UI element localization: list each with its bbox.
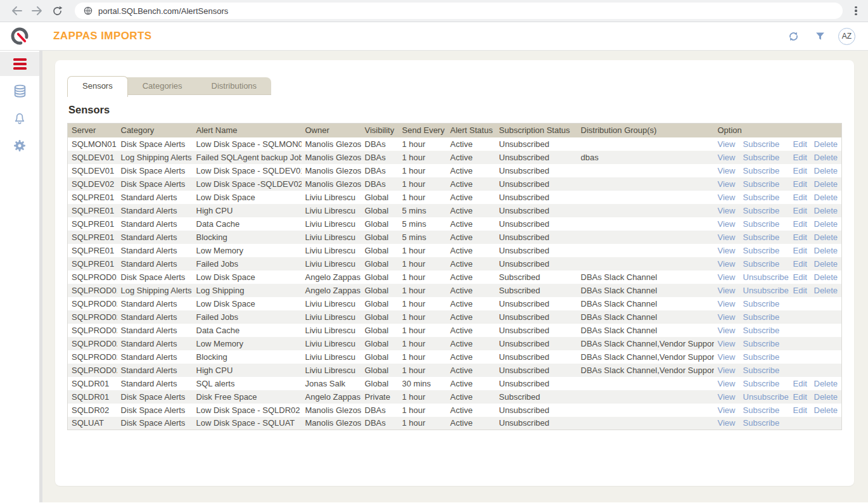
view-link[interactable]: View [718,179,743,189]
subscribe-link[interactable]: Subscribe [743,418,793,428]
sidebar-item-alerts[interactable] [0,106,39,131]
view-link[interactable]: View [718,312,743,322]
view-link[interactable]: View [718,339,743,348]
view-link[interactable]: View [718,232,743,242]
delete-link[interactable]: Delete [814,232,838,242]
view-link[interactable]: View [718,206,743,215]
subscribe-link[interactable]: Subscribe [743,326,793,335]
delete-link[interactable]: Delete [814,139,838,149]
delete-link[interactable]: Delete [814,392,838,402]
back-arrow-icon[interactable] [9,3,24,18]
subscribe-link[interactable]: Subscribe [743,299,793,309]
cell-alert-name: Blocking [193,350,302,364]
subscribe-link[interactable]: Subscribe [743,193,793,202]
view-link[interactable]: View [718,405,743,415]
subscribe-link[interactable]: Subscribe [743,246,793,255]
subscribe-link[interactable]: Subscribe [743,206,793,215]
sidebar-item-settings[interactable] [0,134,39,158]
subscribe-link[interactable]: Subscribe [743,312,793,322]
delete-link[interactable]: Delete [814,179,838,189]
tab-sensors[interactable]: Sensors [67,76,128,97]
subscribe-link[interactable]: Subscribe [743,232,793,242]
delete-link[interactable]: Delete [814,219,838,229]
edit-link[interactable]: Edit [793,166,814,175]
view-link[interactable]: View [718,139,743,149]
edit-link[interactable]: Edit [793,193,814,202]
view-link[interactable]: View [718,153,743,162]
url-bar[interactable]: portal.SQLBench.com/AlertSensors [75,3,843,19]
subscribe-link[interactable]: Subscribe [743,405,793,415]
subscribe-link[interactable]: Subscribe [743,219,793,229]
subscribe-link[interactable]: Subscribe [743,379,793,388]
edit-link[interactable]: Edit [793,219,814,229]
refresh-icon[interactable] [785,28,801,44]
view-link[interactable]: View [718,392,743,402]
view-link[interactable]: View [718,259,743,269]
unsubscribe-link[interactable]: Unsubscribe [743,272,793,282]
unsubscribe-link[interactable]: Unsubscribe [743,286,793,295]
view-link[interactable]: View [718,366,743,375]
delete-link[interactable]: Delete [814,405,838,415]
kebab-menu-icon[interactable] [850,3,862,18]
edit-link[interactable]: Edit [793,153,814,162]
edit-link[interactable]: Edit [793,246,814,255]
view-link[interactable]: View [718,352,743,362]
view-link[interactable]: View [718,219,743,229]
subscribe-link[interactable]: Subscribe [743,352,793,362]
delete-link[interactable]: Delete [814,166,838,175]
tab-categories[interactable]: Categories [128,77,197,95]
view-link[interactable]: View [718,418,743,428]
subscribe-link[interactable]: Subscribe [743,153,793,162]
subscribe-link[interactable]: Subscribe [743,259,793,269]
edit-link[interactable]: Edit [793,206,814,215]
filter-icon[interactable] [812,28,828,44]
delete-link[interactable]: Delete [814,286,838,295]
cell-visibility: Global [361,231,399,244]
view-link[interactable]: View [718,286,743,295]
forward-arrow-icon[interactable] [29,3,44,18]
edit-link[interactable]: Edit [793,286,814,295]
cell-owner: Angelo Zappas [302,271,361,284]
edit-link[interactable]: Edit [793,405,814,415]
delete-link[interactable]: Delete [814,193,838,202]
avatar[interactable]: AZ [838,28,855,45]
subscribe-link[interactable]: Subscribe [743,139,793,149]
sidebar-item-menu[interactable] [0,52,39,76]
cell-owner: Liviu Librescu [302,310,361,324]
edit-link[interactable]: Edit [793,272,814,282]
delete-link[interactable]: Delete [814,153,838,162]
tab-distributions[interactable]: Distributions [197,77,272,95]
subscribe-link[interactable]: Subscribe [743,339,793,348]
column-header-subscription-status: Subscription Status [495,124,577,137]
subscribe-link[interactable]: Subscribe [743,166,793,175]
cell-server: SQLPRE01 [68,244,117,257]
empty-option-slot [793,352,814,362]
view-link[interactable]: View [718,166,743,175]
edit-link[interactable]: Edit [793,392,814,402]
subscribe-link[interactable]: Subscribe [743,366,793,375]
edit-link[interactable]: Edit [793,379,814,388]
view-link[interactable]: View [718,246,743,255]
reload-icon[interactable] [49,3,65,18]
view-link[interactable]: View [718,299,743,309]
unsubscribe-link[interactable]: Unsubscribe [743,392,793,402]
delete-link[interactable]: Delete [814,379,838,388]
view-link[interactable]: View [718,326,743,335]
delete-link[interactable]: Delete [814,246,838,255]
view-link[interactable]: View [718,193,743,202]
sidebar-item-databases[interactable] [0,79,39,103]
subscribe-link[interactable]: Subscribe [743,179,793,189]
view-link[interactable]: View [718,379,743,388]
edit-link[interactable]: Edit [793,139,814,149]
view-link[interactable]: View [718,272,743,282]
edit-link[interactable]: Edit [793,232,814,242]
cell-send-every: 5 mins [399,204,447,217]
edit-link[interactable]: Edit [793,259,814,269]
cell-server: SQLPROD02 [68,350,117,364]
cell-visibility: Global [361,310,399,324]
delete-link[interactable]: Delete [814,272,838,282]
edit-link[interactable]: Edit [793,179,814,189]
delete-link[interactable]: Delete [814,259,838,269]
app-logo[interactable] [0,25,39,47]
delete-link[interactable]: Delete [814,206,838,215]
